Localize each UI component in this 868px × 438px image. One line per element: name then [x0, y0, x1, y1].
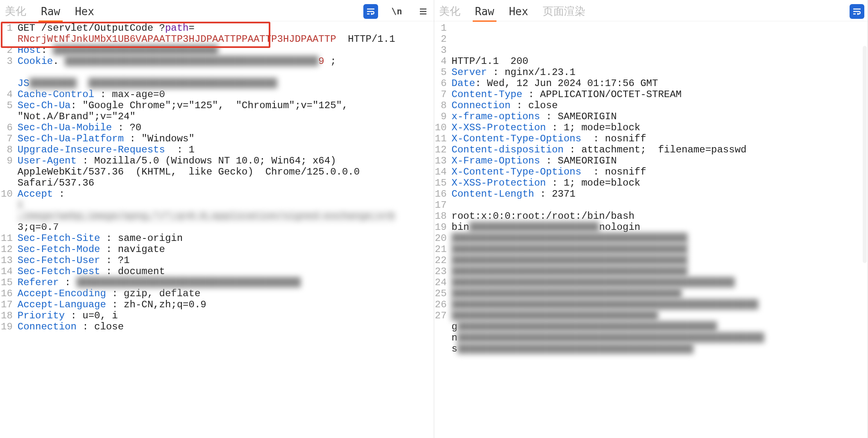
code-line: X-XSS-Protection : 1; mode=block [451, 178, 865, 189]
tab-render[interactable]: 页面渲染 [541, 2, 587, 21]
token: . [53, 56, 65, 67]
menu-icon[interactable] [416, 4, 431, 19]
token: Sec-Ch-Ua-Platform [18, 134, 124, 145]
code-line: Sec-Ch-Ua-Platform : "Windows" [18, 134, 431, 145]
token: : [100, 244, 118, 255]
code-line-wrap: t [18, 200, 431, 211]
request-editor[interactable]: 1 23 45 6789 10 111213141516171819 GET /… [0, 21, 434, 438]
token: 2371 [552, 189, 576, 200]
token: : [475, 78, 487, 89]
token: max-age=0 [112, 89, 165, 100]
token: Referer [18, 277, 59, 288]
code-line: Connection : close [18, 322, 431, 333]
code-line: Priority : u=0, i [18, 311, 431, 322]
token: SAMEORIGIN [558, 111, 617, 123]
code-line: Upgrade-Insecure-Requests : 1 [18, 145, 431, 156]
token: document [118, 266, 165, 277]
code-line: User-Agent : Mozilla/5.0 (Windows NT 10.… [18, 156, 431, 167]
token: ████████████████████████████████████████ [451, 266, 687, 277]
code-line: ████████████████████████████████████████… [451, 277, 865, 288]
code-line-wrap: JS████████ █████████████████████████████… [18, 78, 431, 89]
tab-pretty[interactable]: 美化 [3, 2, 28, 21]
token: Priority [18, 311, 65, 322]
token: close [94, 322, 124, 333]
token: g [451, 322, 457, 333]
token: X-Content-Type-Options [451, 134, 581, 145]
tab-pretty[interactable]: 美化 [437, 2, 462, 21]
token: nologin [599, 222, 640, 233]
token: same-origin [118, 233, 183, 244]
token: : [581, 134, 605, 145]
token: JS [18, 78, 29, 89]
code-line: bin██████████████████████nologin [451, 222, 865, 233]
token: RNcrjWtNfJnkUMbX1UB6VAPAATTP3HJDPAATTPPA… [18, 34, 336, 45]
tab-raw[interactable]: Raw [39, 3, 62, 20]
token: : [540, 156, 558, 167]
code-line: GET /servlet/OutputCode ?path= [18, 23, 431, 34]
token: 3;q=0.7 [18, 222, 59, 233]
token: ████████ [29, 78, 77, 89]
code-line: HTTP/1.1 200 [451, 56, 865, 67]
code-line: X-Content-Type-Options : nosniff [451, 134, 865, 145]
token: 1; mode=block [564, 178, 640, 189]
token: Server [451, 67, 487, 78]
token: X-XSS-Protection [451, 178, 546, 189]
token: Mozilla/5.0 (Windows NT 10.0; Win64; x64… [94, 156, 336, 167]
token: : [546, 123, 564, 134]
response-panel: 美化 Raw Hex 页面渲染 123456789101112131415161… [434, 0, 868, 438]
response-tabbar: 美化 Raw Hex 页面渲染 [434, 0, 868, 21]
token: nginx/1.23.1 [505, 67, 576, 78]
tab-hex[interactable]: Hex [73, 3, 96, 20]
token: X-Frame-Options [451, 156, 540, 167]
token [77, 78, 88, 89]
token: : [564, 145, 581, 156]
code-line-wrap: AppleWebKit/537.36 (KHTML, like Gecko) C… [18, 167, 431, 178]
token: : [487, 67, 505, 78]
token: ██████████████████████ [469, 222, 599, 233]
code-line: ████████████████████████████████████████… [451, 300, 865, 311]
token: Host [18, 45, 41, 56]
token: GET /servlet/OutputCode ? [18, 23, 165, 34]
token: Content-disposition [451, 145, 564, 156]
token: ████████████████████████████████████████… [458, 333, 764, 344]
token: : [510, 100, 528, 111]
code-line: Sec-Fetch-Site : same-origin [18, 233, 431, 244]
token: root:x:0:0:root:/root:/bin/bash [451, 211, 634, 222]
tab-raw[interactable]: Raw [474, 3, 496, 20]
code-line: x-frame-options : SAMEORIGIN [451, 111, 865, 123]
code-line: ███████████████████████████████████ [451, 311, 865, 322]
token: 9 [318, 56, 324, 67]
code-line: Cache-Control : max-age=0 [18, 89, 431, 100]
wrap-icon[interactable] [363, 4, 378, 19]
token: Accept-Encoding [18, 288, 106, 300]
code-line: ███████████████████████████████████████ [451, 288, 865, 300]
token: Wed, 12 Jun 2024 01:17:56 GMT [487, 78, 658, 89]
token: Content-Type [451, 89, 522, 100]
token: = [188, 23, 194, 34]
wrap-icon[interactable] [850, 4, 864, 19]
token: SAMEORIGIN [558, 156, 617, 167]
token: : [77, 156, 94, 167]
scrollbar[interactable] [863, 46, 867, 263]
token: gzip, deflate [124, 288, 200, 300]
newline-icon[interactable]: \n [390, 4, 404, 19]
token: ████████████████████████████ [53, 45, 218, 56]
token: Sec-Fetch-User [18, 255, 100, 266]
tab-hex[interactable]: Hex [507, 3, 530, 20]
code-line: Sec-Fetch-Dest : document [18, 266, 431, 277]
code-line: Content-Length : 2371 [451, 189, 865, 200]
token: ████████████████████████████████ [88, 78, 277, 89]
token: Sec-Fetch-Mode [18, 244, 100, 255]
code-line: Date: Wed, 12 Jun 2024 01:17:56 GMT [451, 78, 865, 89]
code-line [451, 200, 865, 211]
token: "Google Chrome";v="125", "Chromium";v="1… [82, 100, 348, 111]
code-line-wrap: "Not.A/Brand";v="24" [18, 111, 431, 123]
code-line: ████████████████████████████████████████ [451, 255, 865, 266]
code-line-wrap: 3;q=0.7 [18, 222, 431, 233]
token: Accept [18, 189, 53, 200]
token: x-frame-options [451, 111, 540, 123]
code-line: Cookie. ████████████████████████████████… [18, 56, 431, 67]
response-editor[interactable]: 1234567891011121314151617181920212223242… [434, 21, 868, 438]
response-lines: HTTP/1.1 200Server : nginx/1.23.1Date: W… [449, 21, 868, 438]
response-gutter: 1234567891011121314151617181920212223242… [434, 21, 449, 438]
